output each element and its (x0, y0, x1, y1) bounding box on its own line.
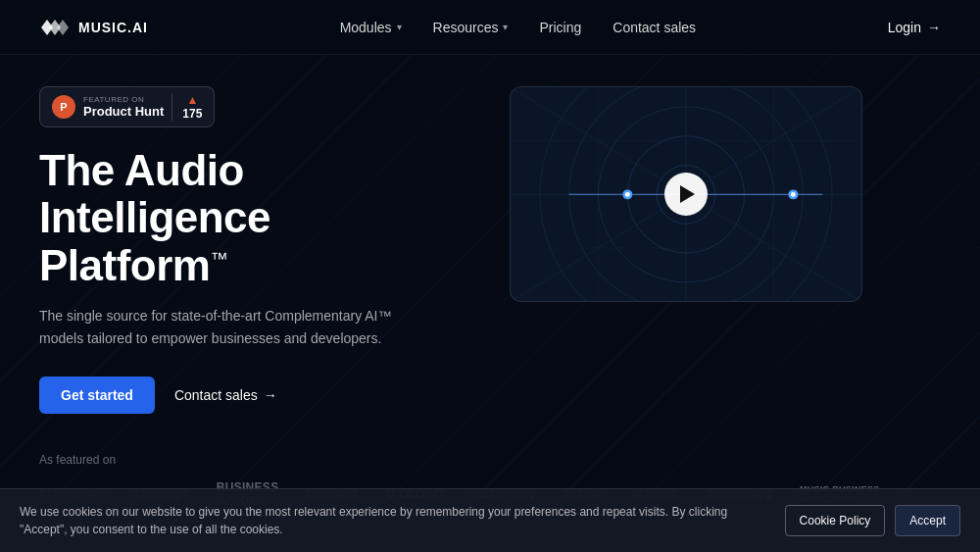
ph-name: Product Hunt (83, 104, 164, 119)
play-icon (680, 185, 695, 203)
hero-subtitle: The single source for state-of-the-art C… (39, 305, 412, 349)
featured-label: As featured on (39, 453, 941, 467)
svg-point-19 (791, 192, 796, 197)
resources-chevron-icon: ▾ (503, 22, 508, 32)
ph-score: ▲ 175 (172, 93, 202, 121)
nav-links: Modules ▾ Resources ▾ Pricing Contact sa… (340, 20, 696, 35)
modules-chevron-icon: ▾ (397, 22, 402, 32)
contact-sales-arrow-icon: → (264, 387, 277, 403)
login-arrow-icon: → (927, 20, 941, 35)
cookie-policy-button[interactable]: Cookie Policy (785, 505, 886, 536)
product-hunt-icon: P (52, 95, 75, 119)
product-hunt-text: FEATURED ON Product Hunt (83, 95, 164, 119)
get-started-button[interactable]: Get started (39, 376, 155, 414)
cookie-banner: We use cookies on our website to give yo… (0, 488, 980, 552)
video-player[interactable] (510, 86, 862, 302)
accept-button[interactable]: Accept (895, 505, 960, 536)
left-content: P FEATURED ON Product Hunt ▲ 175 The Aud… (39, 86, 470, 414)
main-content: P FEATURED ON Product Hunt ▲ 175 The Aud… (0, 55, 980, 433)
cookie-text: We use cookies on our website to give yo… (20, 503, 769, 538)
ph-arrow-icon: ▲ (186, 93, 198, 107)
play-button[interactable] (664, 173, 708, 216)
logo-icon (39, 17, 71, 38)
nav-modules[interactable]: Modules ▾ (340, 20, 402, 35)
nav-pricing[interactable]: Pricing (539, 20, 581, 35)
contact-sales-button[interactable]: Contact sales → (174, 387, 277, 403)
product-hunt-badge[interactable]: P FEATURED ON Product Hunt ▲ 175 (39, 86, 215, 127)
logo-text: MUSIC.AI (78, 20, 148, 35)
ph-featured-label: FEATURED ON (83, 95, 164, 104)
nav-contact-sales[interactable]: Contact sales (612, 20, 696, 35)
right-content (510, 86, 941, 414)
svg-point-17 (625, 192, 630, 197)
cookie-buttons: Cookie Policy Accept (785, 505, 960, 536)
navbar: MUSIC.AI Modules ▾ Resources ▾ Pricing C… (0, 0, 980, 55)
trademark: ™ (210, 249, 227, 269)
ph-number: 175 (182, 107, 202, 121)
hero-title: The Audio Intelligence Platform™ (39, 147, 470, 289)
cta-row: Get started Contact sales → (39, 376, 470, 414)
nav-resources[interactable]: Resources ▾ (433, 20, 509, 35)
nav-login[interactable]: Login → (888, 20, 941, 35)
logo[interactable]: MUSIC.AI (39, 17, 148, 38)
